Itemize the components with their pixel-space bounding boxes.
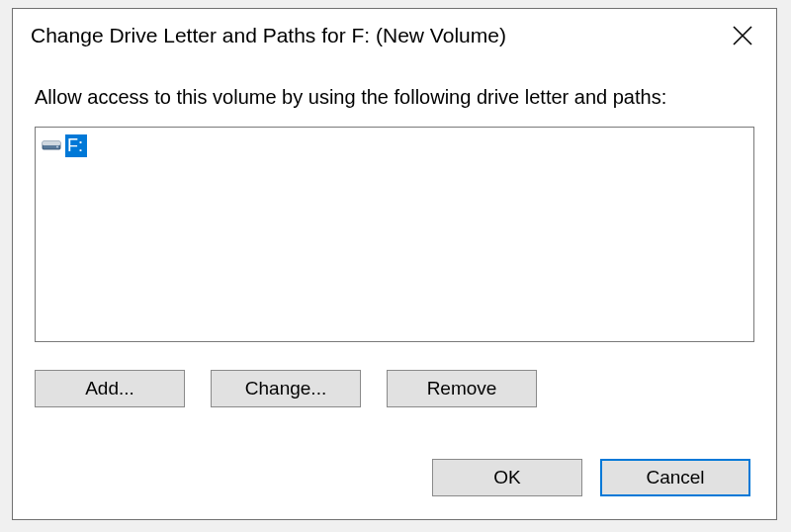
dialog-content: Allow access to this volume by using the… [13, 62, 776, 514]
list-item[interactable]: F: [42, 133, 87, 157]
cancel-button[interactable]: Cancel [600, 459, 750, 496]
remove-button[interactable]: Remove [387, 370, 537, 407]
close-button[interactable] [723, 16, 762, 55]
svg-rect-3 [43, 141, 60, 145]
drive-paths-listbox[interactable]: F: [35, 127, 754, 342]
action-buttons-row: Add... Change... Remove [35, 370, 754, 407]
close-icon [732, 25, 753, 46]
svg-point-4 [56, 146, 58, 148]
drive-icon [42, 136, 61, 154]
titlebar: Change Drive Letter and Paths for F: (Ne… [13, 9, 776, 62]
change-button[interactable]: Change... [211, 370, 361, 407]
instruction-text: Allow access to this volume by using the… [35, 86, 754, 109]
confirm-buttons-row: OK Cancel [35, 459, 754, 496]
change-drive-letter-dialog: Change Drive Letter and Paths for F: (Ne… [12, 8, 777, 520]
dialog-title: Change Drive Letter and Paths for F: (Ne… [31, 24, 506, 47]
list-item-label: F: [65, 134, 87, 157]
ok-button[interactable]: OK [432, 459, 582, 496]
add-button[interactable]: Add... [35, 370, 185, 407]
